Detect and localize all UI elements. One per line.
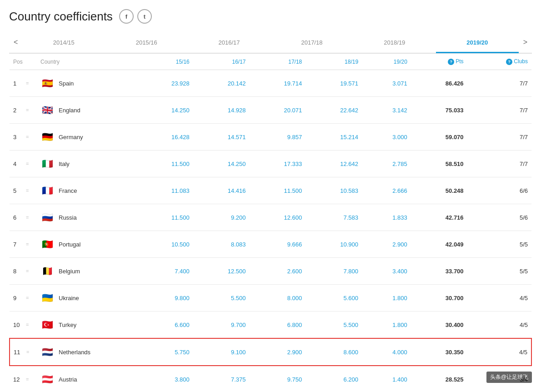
cell-y5-5: 1.833 [362, 204, 411, 231]
cell-clubs-0: 7/7 [467, 70, 531, 97]
cell-pos-10: 10= [10, 312, 37, 339]
cell-y5-7: 3.400 [362, 258, 411, 285]
page-title: Country coefficients [9, 10, 113, 24]
cell-y4-10: 8.600 [306, 338, 362, 366]
country-name: France [59, 187, 77, 194]
flag-italy: 🇮🇹 [40, 157, 54, 171]
cell-y1-4: 11.083 [137, 177, 193, 204]
table-row: 11= 🇳🇱 Netherlands 5.7509.1002.9008.6004… [10, 338, 531, 366]
country-name: Italy [59, 161, 70, 167]
cell-pts-9: 30.400 [411, 312, 467, 339]
year-nav-item-2015-16[interactable]: 2015/16 [105, 33, 188, 52]
cell-y2-2: 14.571 [193, 124, 250, 151]
cell-y2-8: 5.500 [193, 285, 250, 312]
table-row: 7= 🇵🇹 Portugal 10.5008.0839.66610.9002.9… [10, 231, 531, 258]
col-header-clubs: ?Clubs [467, 54, 531, 70]
cell-clubs-5: 5/6 [467, 204, 531, 231]
cell-y3-0: 19.714 [250, 70, 306, 97]
cell-y1-8: 9.800 [137, 285, 193, 312]
year-nav: < 2014/152015/162016/172017/182018/19201… [9, 32, 532, 54]
table-row: 12= 🇦🇹 Austria 3.8007.3759.7506.2001.400… [10, 366, 531, 392]
country-name: Portugal [59, 241, 80, 248]
cell-country-belgium: 🇧🇪 Belgium [37, 258, 137, 285]
cell-pts-0: 86.426 [411, 70, 467, 97]
year-nav-item-2016-17[interactable]: 2016/17 [188, 33, 270, 52]
cell-y2-6: 8.083 [193, 231, 250, 258]
cell-pts-2: 59.070 [411, 124, 467, 151]
cell-pts-1: 75.033 [411, 97, 467, 124]
prev-year-arrow[interactable]: < [9, 32, 22, 53]
cell-y4-11: 6.200 [306, 366, 362, 392]
cell-pts-6: 42.049 [411, 231, 467, 258]
social-icons: f t [119, 9, 152, 24]
cell-pts-11: 28.525 [411, 366, 467, 392]
country-name: Spain [59, 80, 74, 87]
col-header-y4: 18/19 [306, 54, 362, 70]
cell-y4-2: 15.214 [306, 124, 362, 151]
cell-pos-6: 6= [10, 204, 37, 231]
cell-pos-3: 3= [10, 124, 37, 151]
cell-y4-8: 5.600 [306, 285, 362, 312]
cell-country-austria: 🇦🇹 Austria [37, 366, 137, 392]
year-nav-item-2017-18[interactable]: 2017/18 [270, 33, 353, 52]
next-year-arrow[interactable]: > [519, 32, 532, 53]
col-header-y3: 17/18 [250, 54, 306, 70]
cell-y5-8: 1.800 [362, 285, 411, 312]
cell-y4-1: 22.642 [306, 97, 362, 124]
cell-clubs-10: 4/5 [467, 338, 531, 366]
cell-y1-10: 5.750 [137, 338, 193, 366]
cell-country-ukraine: 🇺🇦 Ukraine [37, 285, 137, 312]
country-name: Turkey [59, 322, 76, 328]
cell-y3-10: 2.900 [250, 338, 306, 366]
cell-y3-5: 12.600 [250, 204, 306, 231]
cell-y4-0: 19.571 [306, 70, 362, 97]
cell-pts-7: 33.700 [411, 258, 467, 285]
cell-y3-3: 17.333 [250, 151, 306, 177]
cell-y2-5: 9.200 [193, 204, 250, 231]
country-name: Netherlands [59, 349, 90, 356]
watermark: 头条@让足球飞 [486, 372, 532, 383]
cell-y2-0: 20.142 [193, 70, 250, 97]
year-nav-item-2014-15[interactable]: 2014/15 [22, 33, 105, 52]
col-header-y1: 15/16 [137, 54, 193, 70]
cell-clubs-2: 7/7 [467, 124, 531, 151]
cell-y4-4: 10.583 [306, 177, 362, 204]
cell-clubs-8: 4/5 [467, 285, 531, 312]
country-name: England [59, 107, 80, 114]
table-row: 3= 🇩🇪 Germany 16.42814.5719.85715.2143.0… [10, 124, 531, 151]
flag-austria: 🇦🇹 [40, 372, 54, 386]
cell-pts-3: 58.510 [411, 151, 467, 177]
table-row: 10= 🇹🇷 Turkey 6.6009.7006.8005.5001.8003… [10, 312, 531, 339]
flag-germany: 🇩🇪 [40, 130, 54, 144]
table-row: 9= 🇺🇦 Ukraine 9.8005.5008.0005.6001.8003… [10, 285, 531, 312]
cell-pts-5: 42.716 [411, 204, 467, 231]
cell-y3-2: 9.857 [250, 124, 306, 151]
cell-y5-2: 3.000 [362, 124, 411, 151]
facebook-button[interactable]: f [119, 9, 134, 24]
clubs-info-icon[interactable]: ? [506, 59, 512, 65]
flag-turkey: 🇹🇷 [40, 318, 54, 332]
cell-y3-6: 9.666 [250, 231, 306, 258]
flag-belgium: 🇧🇪 [40, 264, 54, 278]
pts-info-icon[interactable]: ? [448, 59, 454, 65]
cell-y3-11: 9.750 [250, 366, 306, 392]
cell-country-germany: 🇩🇪 Germany [37, 124, 137, 151]
page-container: Country coefficients f t < 2014/152015/1… [0, 0, 541, 392]
cell-y4-5: 7.583 [306, 204, 362, 231]
cell-country-portugal: 🇵🇹 Portugal [37, 231, 137, 258]
cell-clubs-4: 6/6 [467, 177, 531, 204]
year-nav-item-2018-19[interactable]: 2018/19 [353, 33, 436, 52]
cell-clubs-7: 5/5 [467, 258, 531, 285]
cell-pts-4: 50.248 [411, 177, 467, 204]
cell-y1-0: 23.928 [137, 70, 193, 97]
cell-y4-3: 12.642 [306, 151, 362, 177]
cell-country-france: 🇫🇷 France [37, 177, 137, 204]
cell-pos-11: 11= [10, 338, 37, 366]
table-row: 2= 🇬🇧 England 14.25014.92820.07122.6423.… [10, 97, 531, 124]
cell-y3-7: 2.600 [250, 258, 306, 285]
cell-y1-6: 10.500 [137, 231, 193, 258]
cell-y3-8: 8.000 [250, 285, 306, 312]
cell-country-spain: 🇪🇸 Spain [37, 70, 137, 97]
year-nav-item-2019-20[interactable]: 2019/20 [436, 33, 519, 52]
twitter-button[interactable]: t [137, 9, 152, 24]
